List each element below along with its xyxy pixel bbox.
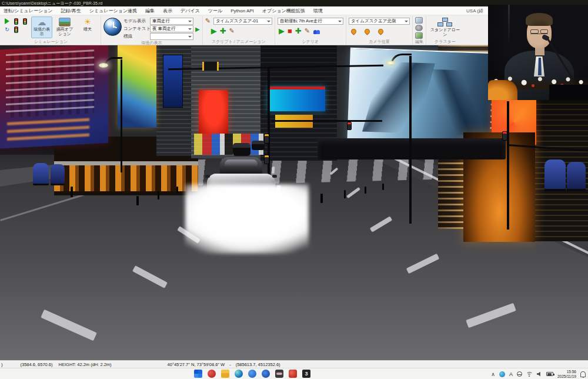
menu-record-replay[interactable]: 記録/再生 [61, 8, 81, 14]
red-app-icon[interactable] [208, 370, 216, 378]
camera-pin-add-icon[interactable] [363, 28, 371, 35]
status-utm-coords: (585613.7, 4512352.6) [236, 362, 280, 367]
file-explorer-icon[interactable] [221, 370, 229, 378]
application-window: C:\Users\yoann\Desktop\ニューヨーク-030_PBR-35… [0, 0, 588, 379]
tray-clock[interactable]: 15:56 2025/11/19 [557, 370, 576, 378]
sign-label: 標識 [123, 34, 148, 39]
environment-display-button[interactable]: ☁ 環境の表示 [31, 16, 52, 38]
bollard [382, 184, 384, 190]
street-lamp-head-left [99, 63, 108, 68]
script-play-icon[interactable]: ▶ [211, 28, 217, 34]
edit-view-icon[interactable] [415, 17, 423, 24]
script-add-icon[interactable]: ✚ [220, 28, 226, 34]
cluster-nodes-icon [437, 18, 453, 27]
file-path: C:\Users\yoann\Desktop\ニューヨーク-030_PBR-35… [2, 1, 102, 5]
edit-bell-icon[interactable] [415, 25, 423, 31]
menu-edit[interactable]: 編集 [145, 8, 155, 14]
outlook-icon[interactable] [248, 370, 256, 378]
presenter-neck [535, 47, 544, 55]
wifi-icon[interactable] [526, 372, 533, 377]
menu-python-api[interactable]: Python API [230, 8, 254, 14]
menu-tools[interactable]: ツール [208, 8, 222, 14]
context-select[interactable]: 夜 車両走行 [150, 25, 193, 32]
menu-view[interactable]: 表示 [163, 8, 172, 14]
bollard [365, 187, 366, 194]
presenter-glasses [530, 29, 548, 34]
group-label-edit: 編集 [415, 39, 423, 45]
active-app-icon[interactable]: 3 [302, 370, 310, 378]
group-edit: 編集 [413, 16, 426, 45]
group-scenario: 自動運転 7th Ave走行 ▶ ■ ✚ ✎ シナリオ [275, 16, 346, 45]
bollard [176, 187, 178, 194]
battery-icon[interactable] [546, 372, 553, 376]
edit-model-icon[interactable] [415, 32, 423, 39]
bollard [344, 190, 346, 198]
scenario-select[interactable]: 自動運転 7th Ave走行 [278, 18, 343, 25]
ticker-billboard [0, 45, 108, 149]
scenario-stop-icon[interactable]: ■ [288, 28, 292, 34]
sign-select[interactable] [150, 33, 193, 40]
bollard [320, 194, 323, 203]
rain-cloud-icon: ☁ [38, 18, 46, 26]
globe-icon[interactable] [517, 371, 522, 377]
signal-pole-far-right [507, 101, 509, 230]
tray-time: 15:56 [567, 370, 576, 374]
bollard [136, 196, 139, 205]
mailbox-right-1 [544, 159, 566, 189]
group-label-simulation: シミュレーション [4, 39, 98, 45]
notification-bell-icon[interactable] [580, 371, 586, 377]
time-of-day-clock-icon[interactable] [103, 18, 122, 36]
headlight-bloom [185, 184, 309, 254]
group-label-camera: カメラ位置 [349, 39, 410, 45]
traffic-signal-3-icon[interactable] [12, 26, 19, 33]
stage-curtain-highlight [508, 5, 510, 46]
taskbar-app-icons: 3 [194, 370, 310, 378]
menu-device[interactable]: デバイス [181, 8, 200, 14]
street-lamp-pole-left [121, 59, 122, 172]
status-paren: ) [1, 362, 3, 367]
group-camera-position: タイムズスクエア北側 カメラ位置 [346, 16, 413, 45]
presenter-tie [538, 58, 542, 75]
context-play-icon[interactable]: ▶ [195, 26, 200, 32]
pdf-app-icon[interactable] [289, 370, 297, 378]
ime-alpha-indicator[interactable]: A [509, 371, 513, 377]
center-red-billboard [199, 90, 228, 135]
group-label-cluster: クラスター [429, 39, 462, 45]
tray-expand-icon[interactable]: ∧ [491, 371, 495, 377]
scenario-add-icon[interactable]: ✚ [295, 28, 302, 34]
teams-icon[interactable] [262, 370, 270, 378]
draw-options-button[interactable]: 描画オプション [54, 16, 75, 38]
start-button[interactable] [194, 370, 202, 378]
script-edit-icon[interactable]: ✎ [205, 18, 211, 24]
model-display-label: モデル表示 [123, 18, 148, 24]
reset-icon[interactable]: ↻ [4, 26, 11, 33]
volume-icon[interactable] [537, 372, 542, 377]
standalone-button[interactable]: スタンドアローン [429, 16, 462, 38]
script-edit-2-icon[interactable]: ✎ [229, 28, 235, 34]
ime-mode-icon[interactable] [499, 371, 505, 377]
street-lamp-head-right [386, 61, 395, 65]
tray-date: 2025/11/19 [557, 374, 576, 378]
weather-button[interactable]: ☀ 晴天 [77, 16, 98, 38]
model-display-select[interactable]: 車両走行 [150, 18, 193, 25]
camera-pin-edit-icon[interactable] [377, 28, 385, 35]
landscape-icon [59, 18, 71, 26]
menu-simulation-link[interactable]: シミュレーション連携 [89, 8, 137, 14]
scenario-play-icon[interactable]: ▶ [279, 28, 285, 34]
scenario-edit-icon[interactable]: ✎ [305, 28, 310, 34]
camera-position-select[interactable]: タイムズスクエア北側 [349, 18, 410, 25]
traffic-signal-2-icon[interactable] [21, 18, 28, 25]
start-simulation-icon[interactable] [4, 18, 11, 25]
mailbox-left-2 [51, 164, 65, 184]
camera-pin-save-icon[interactable] [350, 28, 358, 35]
participants-icon[interactable] [313, 28, 321, 34]
menu-option-extensions[interactable]: オプション機能拡張 [262, 8, 305, 14]
menu-environment[interactable]: 環境 [313, 8, 323, 14]
context-label: コンテキスト [123, 26, 148, 32]
edge-browser-icon[interactable] [235, 370, 243, 378]
menu-drive-simulation[interactable]: 運転/シミュレーション [4, 8, 53, 14]
signal-head-1 [264, 134, 269, 144]
script-select[interactable]: タイムズスクエア-01 [213, 18, 272, 25]
driving-sim-app-icon[interactable] [275, 370, 283, 378]
traffic-signal-icon[interactable] [12, 18, 19, 25]
